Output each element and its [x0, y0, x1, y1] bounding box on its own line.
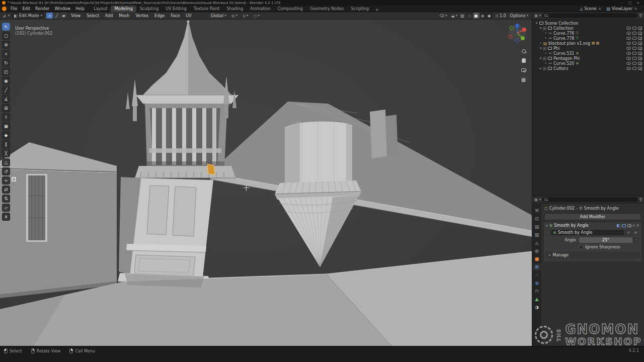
solid-shading-button[interactable]: ● [473, 13, 479, 19]
outliner-row-collection[interactable]: ▾ ✓ Collection [532, 26, 644, 31]
tool-poly-build[interactable]: △ [2, 158, 10, 166]
outliner-row-svg-plan[interactable]: • ▤ blockout plan v1.svg ▤ ▤ [532, 41, 644, 46]
overlays-selector[interactable]: ◒ ▾ [450, 14, 459, 18]
disable-render-icon[interactable] [638, 62, 642, 65]
outliner-item-label[interactable]: Curve.531 [553, 51, 574, 56]
hide-viewport-icon[interactable] [626, 42, 631, 45]
outliner-row-curve[interactable]: • ~ Curve.778 ▽ [532, 36, 644, 41]
tab-texture-paint[interactable]: Texture Paint [190, 6, 223, 12]
menu-window[interactable]: Window [52, 7, 73, 11]
disable-viewport-icon[interactable] [632, 32, 636, 35]
disable-viewport-icon[interactable] [632, 42, 636, 45]
properties-editor-icon[interactable]: ≣ [534, 198, 538, 202]
edit-mode-display-toggle[interactable]: ◧ [616, 223, 620, 228]
tab-modeling[interactable]: Modeling [111, 6, 136, 12]
tool-loop-cut[interactable]: ∥ [2, 140, 10, 148]
hide-viewport-icon[interactable] [626, 37, 631, 40]
outliner-row-pentagon-phi[interactable]: ▾ ✓ Pentagon Phi [532, 56, 644, 61]
face-select-button[interactable]: ▰ [60, 13, 67, 19]
outliner-editor-icon[interactable]: ≣ [534, 14, 538, 18]
disable-render-icon[interactable] [638, 32, 642, 35]
disable-render-icon[interactable] [638, 67, 642, 70]
tab-sculpting[interactable]: Sculpting [136, 6, 162, 12]
disable-render-icon[interactable] [638, 47, 642, 50]
outliner-item-label[interactable]: Pentagon Phi [553, 56, 580, 61]
expand-icon[interactable]: ▾ [534, 21, 539, 25]
vertex-select-button[interactable]: ∙ [46, 13, 53, 19]
tab-material[interactable]: ◑ [533, 304, 541, 311]
tab-render[interactable]: ⊡ [533, 215, 541, 222]
expand-icon[interactable]: ▾ [538, 56, 543, 60]
manage-subpanel[interactable]: ▸ Manage [546, 252, 639, 258]
disable-viewport-icon[interactable] [632, 67, 636, 70]
viewlayer-unlink-icon[interactable]: × [634, 7, 637, 11]
filter-icon[interactable]: ∇ [639, 198, 642, 202]
fake-user-button[interactable]: ✓ [626, 230, 631, 235]
tab-geometry-nodes[interactable]: Geometry Nodes [306, 6, 347, 12]
tab-physics[interactable]: ⊚ [533, 280, 541, 287]
disable-viewport-icon[interactable] [632, 52, 636, 55]
blender-menu-icon[interactable] [2, 7, 7, 11]
tab-layout[interactable]: Layout [90, 6, 111, 12]
hide-viewport-icon[interactable] [626, 62, 631, 65]
tab-world[interactable]: ◍ [533, 247, 541, 254]
outliner-item-label[interactable]: Curve.520 [553, 61, 574, 66]
tool-add-cube[interactable]: ⊞ [2, 104, 10, 112]
outliner-search-input[interactable] [549, 14, 635, 18]
expand-icon[interactable]: ▾ [538, 26, 543, 30]
add-modifier-button[interactable]: Add Modifier [544, 213, 641, 220]
tool-annotate[interactable]: ╱ [2, 86, 10, 94]
disable-viewport-icon[interactable] [632, 37, 636, 40]
edge-select-button[interactable]: ╱ [53, 13, 60, 19]
unlink-button[interactable]: × [633, 230, 638, 235]
tool-measure[interactable]: ∡ [2, 95, 10, 103]
tab-uv-editing[interactable]: UV Editing [162, 6, 190, 12]
transform-orientation-selector[interactable]: Global ▾ [210, 14, 227, 18]
overlay-scale-field[interactable]: ◇ 1.0 [495, 14, 507, 18]
scene-selector[interactable]: ◬ Scene × [577, 7, 604, 11]
node-group-field[interactable]: ⊛ Smooth by Angle [551, 230, 624, 235]
outliner-row-curve[interactable]: • ~ Curve.776 ▽ [532, 31, 644, 36]
tool-scale[interactable]: ◰ [2, 68, 10, 76]
hide-viewport-icon[interactable] [626, 67, 631, 70]
tab-object[interactable]: ■ [533, 255, 541, 262]
tab-modifiers[interactable]: ⚙ [533, 263, 541, 270]
viewport-canvas[interactable] [0, 20, 532, 346]
tool-rotate[interactable]: ↻ [2, 59, 10, 67]
collection-checkbox[interactable]: ✓ [543, 27, 546, 30]
menu-mesh[interactable]: Mesh [117, 14, 131, 18]
tool-inset-faces[interactable]: ▣ [2, 122, 10, 130]
xray-toggle[interactable]: ▥ [460, 14, 464, 18]
extras-chevron-icon[interactable]: ▾ [633, 224, 635, 228]
tool-spin[interactable]: ↺ [2, 167, 10, 175]
menu-help[interactable]: Help [73, 7, 87, 11]
collection-checkbox[interactable]: ✓ [543, 67, 546, 70]
scene-unlink-icon[interactable]: × [598, 7, 602, 11]
menu-render[interactable]: Render [33, 7, 52, 11]
outliner-item-label[interactable]: Scene Collection [545, 21, 579, 26]
disable-viewport-icon[interactable] [632, 47, 636, 50]
tab-object-data[interactable]: ▲ [533, 296, 541, 303]
options-dropdown[interactable]: Options ▾ [509, 14, 529, 18]
disable-render-icon[interactable] [638, 42, 642, 45]
3d-viewport[interactable]: User Perspective (192) Cylinder.002 ↖ ◻ … [0, 20, 532, 346]
menu-edit[interactable]: Edit [20, 7, 33, 11]
outliner-search[interactable] [542, 13, 637, 18]
render-display-toggle[interactable] [627, 224, 631, 227]
tab-animation[interactable]: Animation [247, 6, 274, 12]
ortho-grid-icon[interactable]: ▦ [520, 76, 527, 83]
outliner-item-label[interactable]: Phi [553, 46, 559, 51]
mode-selector[interactable]: ◧ Edit Mode ▾ [12, 13, 44, 19]
disable-render-icon[interactable] [638, 57, 642, 60]
hide-viewport-icon[interactable] [626, 47, 631, 50]
menu-view[interactable]: View [69, 14, 83, 18]
breadcrumb-object[interactable]: Cylinder.002 [549, 206, 575, 211]
rendered-shading-button[interactable]: ◉ [486, 13, 493, 19]
properties-search[interactable] [542, 197, 637, 202]
outliner-item-label[interactable]: Collection [553, 26, 574, 31]
outliner-row-curve[interactable]: • ~ Curve.520 ⊛ [532, 61, 644, 66]
disable-render-icon[interactable] [638, 27, 642, 30]
tool-smooth[interactable]: ≈ [2, 176, 10, 185]
minimize-button[interactable]: – [618, 0, 626, 6]
tab-particles[interactable]: ∴ [533, 272, 541, 279]
